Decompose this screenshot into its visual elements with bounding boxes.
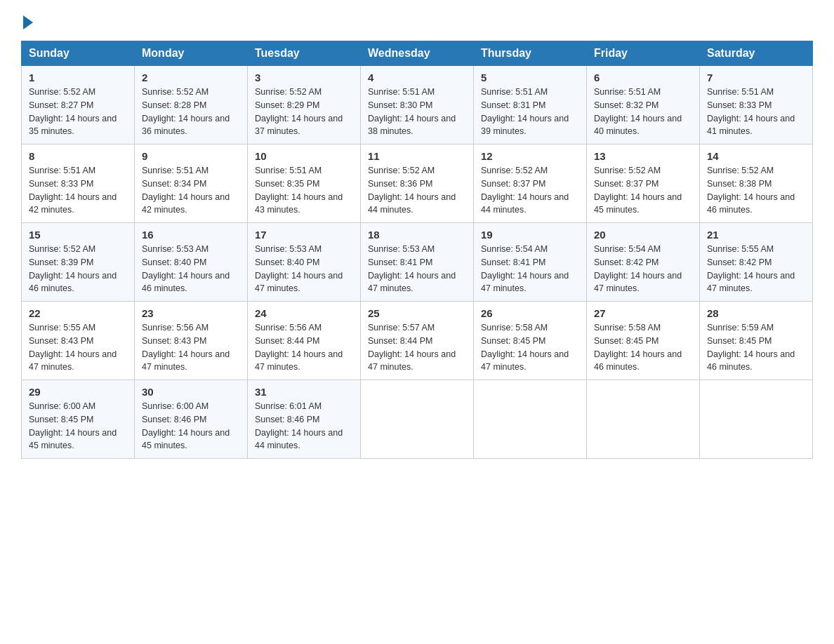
day-number: 1 [29,72,127,83]
day-info: Sunrise: 5:55 AMSunset: 8:42 PMDaylight:… [707,244,795,293]
calendar-cell [587,380,700,459]
day-info: Sunrise: 5:52 AMSunset: 8:36 PMDaylight:… [368,166,456,215]
day-number: 4 [368,72,466,83]
day-number: 12 [481,150,579,162]
day-info: Sunrise: 5:52 AMSunset: 8:38 PMDaylight:… [707,166,795,215]
header-sunday: Sunday [22,41,135,66]
header-monday: Monday [135,41,248,66]
day-number: 16 [142,229,240,241]
day-info: Sunrise: 5:51 AMSunset: 8:33 PMDaylight:… [707,87,795,136]
day-number: 25 [368,307,466,319]
day-info: Sunrise: 5:56 AMSunset: 8:44 PMDaylight:… [255,323,343,372]
day-number: 15 [29,229,127,241]
day-number: 31 [255,386,353,398]
calendar-cell: 19 Sunrise: 5:54 AMSunset: 8:41 PMDaylig… [474,223,587,302]
calendar-cell: 6 Sunrise: 5:51 AMSunset: 8:32 PMDayligh… [587,66,700,145]
calendar-week-row: 1 Sunrise: 5:52 AMSunset: 8:27 PMDayligh… [22,66,813,145]
day-info: Sunrise: 5:51 AMSunset: 8:34 PMDaylight:… [142,166,230,215]
day-info: Sunrise: 5:59 AMSunset: 8:45 PMDaylight:… [707,323,795,372]
day-number: 26 [481,307,579,319]
calendar-week-row: 15 Sunrise: 5:52 AMSunset: 8:39 PMDaylig… [22,223,813,302]
day-info: Sunrise: 5:51 AMSunset: 8:30 PMDaylight:… [368,87,456,136]
day-info: Sunrise: 5:54 AMSunset: 8:42 PMDaylight:… [594,244,682,293]
day-number: 21 [707,229,805,241]
calendar-cell: 1 Sunrise: 5:52 AMSunset: 8:27 PMDayligh… [22,66,135,145]
logo [21,14,33,27]
calendar-cell: 24 Sunrise: 5:56 AMSunset: 8:44 PMDaylig… [248,302,361,380]
calendar-cell: 7 Sunrise: 5:51 AMSunset: 8:33 PMDayligh… [700,66,813,145]
day-info: Sunrise: 5:51 AMSunset: 8:33 PMDaylight:… [29,166,117,215]
day-number: 14 [707,150,805,162]
day-info: Sunrise: 5:51 AMSunset: 8:31 PMDaylight:… [481,87,569,136]
day-number: 17 [255,229,353,241]
calendar-week-row: 22 Sunrise: 5:55 AMSunset: 8:43 PMDaylig… [22,302,813,380]
header-friday: Friday [587,41,700,66]
calendar-cell: 4 Sunrise: 5:51 AMSunset: 8:30 PMDayligh… [361,66,474,145]
day-info: Sunrise: 6:00 AMSunset: 8:46 PMDaylight:… [142,401,230,450]
calendar-cell: 18 Sunrise: 5:53 AMSunset: 8:41 PMDaylig… [361,223,474,302]
day-number: 22 [29,307,127,319]
day-info: Sunrise: 5:53 AMSunset: 8:40 PMDaylight:… [255,244,343,293]
header-saturday: Saturday [700,41,813,66]
header-tuesday: Tuesday [248,41,361,66]
day-info: Sunrise: 5:52 AMSunset: 8:37 PMDaylight:… [594,166,682,215]
day-info: Sunrise: 5:55 AMSunset: 8:43 PMDaylight:… [29,323,117,372]
day-number: 2 [142,72,240,83]
day-info: Sunrise: 5:53 AMSunset: 8:41 PMDaylight:… [368,244,456,293]
logo-arrow-icon [23,15,33,29]
calendar-cell: 25 Sunrise: 5:57 AMSunset: 8:44 PMDaylig… [361,302,474,380]
calendar-cell: 29 Sunrise: 6:00 AMSunset: 8:45 PMDaylig… [22,380,135,459]
day-info: Sunrise: 5:53 AMSunset: 8:40 PMDaylight:… [142,244,230,293]
calendar-cell: 2 Sunrise: 5:52 AMSunset: 8:28 PMDayligh… [135,66,248,145]
day-info: Sunrise: 5:52 AMSunset: 8:27 PMDaylight:… [29,87,117,136]
header-thursday: Thursday [474,41,587,66]
calendar-cell: 8 Sunrise: 5:51 AMSunset: 8:33 PMDayligh… [22,145,135,223]
calendar-cell: 11 Sunrise: 5:52 AMSunset: 8:36 PMDaylig… [361,145,474,223]
calendar-cell: 20 Sunrise: 5:54 AMSunset: 8:42 PMDaylig… [587,223,700,302]
day-number: 13 [594,150,692,162]
calendar-table: SundayMondayTuesdayWednesdayThursdayFrid… [21,41,813,459]
day-number: 8 [29,150,127,162]
day-info: Sunrise: 5:52 AMSunset: 8:39 PMDaylight:… [29,244,117,293]
day-number: 9 [142,150,240,162]
day-number: 7 [707,72,805,83]
day-number: 5 [481,72,579,83]
day-number: 24 [255,307,353,319]
day-number: 28 [707,307,805,319]
calendar-cell: 30 Sunrise: 6:00 AMSunset: 8:46 PMDaylig… [135,380,248,459]
calendar-cell: 3 Sunrise: 5:52 AMSunset: 8:29 PMDayligh… [248,66,361,145]
day-number: 10 [255,150,353,162]
calendar-cell: 28 Sunrise: 5:59 AMSunset: 8:45 PMDaylig… [700,302,813,380]
page-header [21,14,813,27]
day-number: 3 [255,72,353,83]
calendar-cell [474,380,587,459]
calendar-cell: 13 Sunrise: 5:52 AMSunset: 8:37 PMDaylig… [587,145,700,223]
calendar-cell: 12 Sunrise: 5:52 AMSunset: 8:37 PMDaylig… [474,145,587,223]
day-number: 27 [594,307,692,319]
day-info: Sunrise: 5:52 AMSunset: 8:37 PMDaylight:… [481,166,569,215]
calendar-cell: 15 Sunrise: 5:52 AMSunset: 8:39 PMDaylig… [22,223,135,302]
header-wednesday: Wednesday [361,41,474,66]
day-number: 11 [368,150,466,162]
calendar-cell: 23 Sunrise: 5:56 AMSunset: 8:43 PMDaylig… [135,302,248,380]
calendar-week-row: 8 Sunrise: 5:51 AMSunset: 8:33 PMDayligh… [22,145,813,223]
day-info: Sunrise: 5:51 AMSunset: 8:32 PMDaylight:… [594,87,682,136]
day-number: 20 [594,229,692,241]
calendar-cell: 17 Sunrise: 5:53 AMSunset: 8:40 PMDaylig… [248,223,361,302]
day-number: 18 [368,229,466,241]
calendar-cell: 27 Sunrise: 5:58 AMSunset: 8:45 PMDaylig… [587,302,700,380]
day-info: Sunrise: 5:58 AMSunset: 8:45 PMDaylight:… [481,323,569,372]
day-info: Sunrise: 5:58 AMSunset: 8:45 PMDaylight:… [594,323,682,372]
day-info: Sunrise: 5:52 AMSunset: 8:29 PMDaylight:… [255,87,343,136]
day-info: Sunrise: 5:52 AMSunset: 8:28 PMDaylight:… [142,87,230,136]
day-info: Sunrise: 6:00 AMSunset: 8:45 PMDaylight:… [29,401,117,450]
day-info: Sunrise: 5:51 AMSunset: 8:35 PMDaylight:… [255,166,343,215]
calendar-cell: 16 Sunrise: 5:53 AMSunset: 8:40 PMDaylig… [135,223,248,302]
calendar-cell: 31 Sunrise: 6:01 AMSunset: 8:46 PMDaylig… [248,380,361,459]
calendar-header-row: SundayMondayTuesdayWednesdayThursdayFrid… [22,41,813,66]
calendar-cell: 5 Sunrise: 5:51 AMSunset: 8:31 PMDayligh… [474,66,587,145]
calendar-cell [361,380,474,459]
calendar-cell [700,380,813,459]
calendar-cell: 10 Sunrise: 5:51 AMSunset: 8:35 PMDaylig… [248,145,361,223]
calendar-cell: 14 Sunrise: 5:52 AMSunset: 8:38 PMDaylig… [700,145,813,223]
